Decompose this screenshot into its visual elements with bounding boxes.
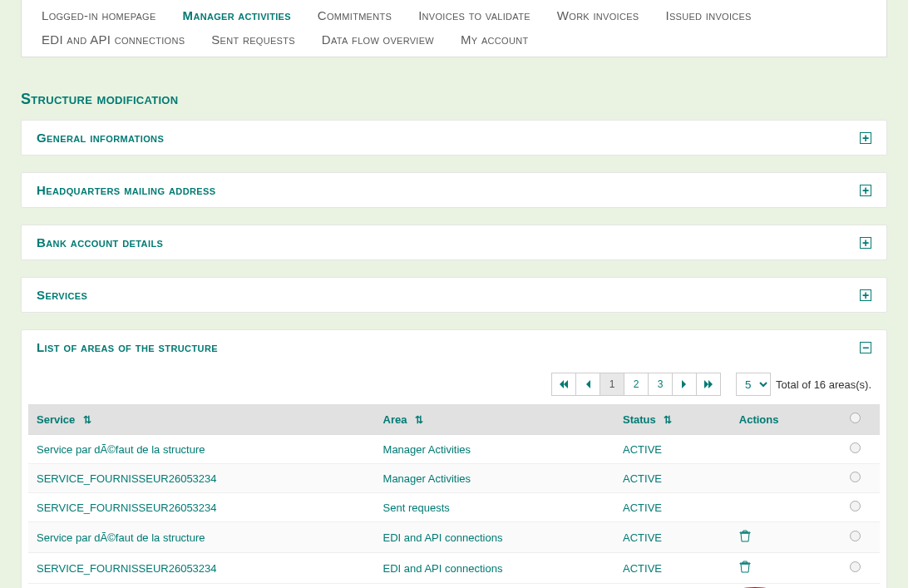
cell-area[interactable]: Sent requests [375, 493, 614, 522]
pager-total-text: Total of 16 areas(s). [776, 378, 871, 391]
cell-area[interactable]: EDI and API connections [375, 553, 614, 584]
panel-general-informations: General informations + [21, 120, 887, 156]
nav-my-account[interactable]: My account [447, 29, 541, 50]
table-row: Service par dÃ©faut de la structureEDI a… [28, 522, 880, 553]
pager-last-icon[interactable] [696, 373, 721, 396]
cell-service[interactable]: SERVICE_FOURNISSEUR26053234 [28, 464, 375, 493]
panel-headquarters: Headquarters mailing address + [21, 172, 887, 208]
cell-area[interactable]: EDI and API connections [375, 522, 614, 553]
panel-bank-title: Bank account details [37, 235, 163, 250]
pager: 1 2 3 [552, 373, 721, 396]
col-header-area[interactable]: Area ⇅ [375, 404, 614, 435]
cell-status: ACTIVE [614, 464, 731, 493]
panel-services-header[interactable]: Services + [22, 278, 886, 312]
nav-manager-activities[interactable]: Manager activities [170, 5, 304, 26]
cell-actions [731, 522, 830, 553]
trash-icon[interactable] [739, 561, 751, 576]
expand-icon[interactable]: + [860, 237, 871, 249]
row-checkbox[interactable] [850, 531, 861, 541]
nav-data-flow[interactable]: Data flow overview [308, 29, 447, 50]
top-nav: Logged-in homepage Manager activities Co… [21, 0, 887, 57]
cell-service[interactable]: SERVICE_FOURNISSEUR26053234 [28, 553, 375, 584]
cell-actions [731, 435, 830, 464]
panel-areas-body: 1 2 3 5 Total of 16 areas(s). [22, 364, 886, 588]
nav-logged-in-homepage[interactable]: Logged-in homepage [28, 5, 170, 26]
panel-bank-header[interactable]: Bank account details + [22, 225, 886, 259]
nav-issued-invoices[interactable]: Issued invoices [652, 5, 764, 26]
col-header-service[interactable]: Service ⇅ [28, 404, 375, 435]
table-row: SERVICE_FOURNISSEUR26053234EDI and API c… [28, 553, 880, 584]
panel-bank-details: Bank account details + [21, 225, 887, 260]
cell-status: ACTIVE [614, 493, 731, 522]
cell-select[interactable] [830, 553, 880, 584]
cell-service[interactable]: Service par dÃ©faut de la structure [28, 522, 375, 553]
col-header-status[interactable]: Status ⇅ [614, 404, 731, 435]
collapse-icon[interactable]: − [860, 342, 871, 353]
cell-service[interactable]: Service par dÃ©faut de la structure [28, 435, 375, 464]
pager-row: 1 2 3 5 Total of 16 areas(s). [28, 364, 880, 401]
cell-select[interactable] [830, 493, 880, 522]
row-checkbox[interactable] [850, 561, 861, 572]
nav-row-2: EDI and API connections Sent requests Da… [28, 29, 880, 50]
row-checkbox[interactable] [850, 472, 861, 482]
col-header-select[interactable] [830, 404, 880, 435]
pager-page-1[interactable]: 1 [600, 373, 624, 396]
cell-actions [731, 464, 830, 493]
table-row: SERVICE_FOURNISSEUR26053234Manager Activ… [28, 464, 880, 493]
page-size-select[interactable]: 5 [736, 373, 771, 396]
nav-work-invoices[interactable]: Work invoices [544, 5, 653, 26]
table-row: SERVICE_FOURNISSEUR26053234Sent requests… [28, 493, 880, 522]
cell-select[interactable] [830, 435, 880, 464]
panel-hq-header[interactable]: Headquarters mailing address + [22, 173, 886, 207]
panel-areas-title: List of areas of the structure [37, 340, 218, 354]
cell-area[interactable]: Manager Activities [375, 435, 614, 464]
col-header-service-label: Service [37, 413, 75, 426]
nav-sent-requests[interactable]: Sent requests [198, 29, 308, 50]
panel-general-title: General informations [37, 131, 164, 145]
cell-service[interactable]: SERVICE_FOURNISSEUR26053234 [28, 493, 375, 522]
pager-page-3[interactable]: 3 [648, 373, 673, 396]
pager-first-icon[interactable] [551, 373, 576, 396]
sort-icon: ⇅ [664, 414, 672, 426]
panel-areas-header[interactable]: List of areas of the structure − [22, 330, 886, 364]
expand-icon[interactable]: + [860, 185, 871, 196]
cell-select[interactable] [830, 464, 880, 493]
cell-area[interactable]: Manager Activities [375, 464, 614, 493]
row-checkbox[interactable] [850, 501, 861, 511]
page-title: Structure modification [21, 91, 887, 108]
nav-invoices-to-validate[interactable]: Invoices to validate [405, 5, 544, 26]
nav-commitments[interactable]: Commitments [304, 5, 405, 26]
cell-status: ACTIVE [614, 435, 731, 464]
pager-page-2[interactable]: 2 [624, 373, 649, 396]
select-all-checkbox[interactable] [850, 413, 861, 423]
trash-icon[interactable] [739, 531, 751, 545]
pager-prev-icon[interactable] [575, 373, 600, 396]
cell-actions [731, 493, 830, 522]
col-header-actions: Actions [731, 404, 830, 435]
action-button-row: Add areas Delete [28, 584, 880, 588]
nav-row-1: Logged-in homepage Manager activities Co… [28, 5, 880, 26]
areas-table: Service ⇅ Area ⇅ Status ⇅ Actions [28, 404, 880, 584]
cell-actions [731, 553, 830, 584]
panel-services-title: Services [37, 288, 87, 302]
table-row: Service par dÃ©faut de la structureManag… [28, 435, 880, 464]
cell-status: ACTIVE [614, 553, 731, 584]
sort-icon: ⇅ [415, 414, 423, 426]
panel-hq-title: Headquarters mailing address [37, 183, 216, 197]
cell-select[interactable] [830, 522, 880, 553]
expand-icon[interactable]: + [860, 289, 871, 301]
expand-icon[interactable]: + [860, 132, 871, 144]
col-header-status-label: Status [623, 413, 656, 426]
nav-edi-api[interactable]: EDI and API connections [28, 29, 198, 50]
pager-next-icon[interactable] [672, 373, 697, 396]
panel-general-header[interactable]: General informations + [22, 121, 886, 155]
row-checkbox[interactable] [850, 442, 861, 453]
panel-services: Services + [21, 277, 887, 313]
cell-status: ACTIVE [614, 522, 731, 553]
sort-icon: ⇅ [83, 414, 91, 426]
panel-areas: List of areas of the structure − 1 2 3 [21, 329, 887, 588]
col-header-area-label: Area [383, 413, 407, 426]
